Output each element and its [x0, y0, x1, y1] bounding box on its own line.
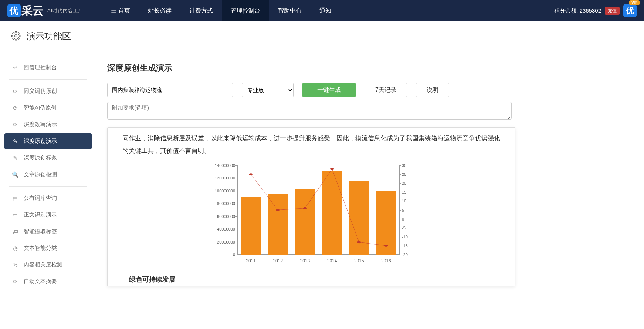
divider	[9, 186, 87, 187]
y2-tick-label: 0	[402, 217, 404, 221]
nav-billing[interactable]: 计费方式	[180, 0, 222, 21]
sidebar-rewrite-demo[interactable]: ⟳ 深度改写演示	[4, 117, 92, 132]
refresh-icon: ⟳	[12, 121, 18, 128]
sidebar-item-label: 深度原创演示	[24, 138, 57, 145]
nav-help[interactable]: 帮助中心	[269, 0, 311, 21]
recharge-button[interactable]: 充值	[605, 7, 620, 15]
refresh-icon: ⟳	[12, 105, 18, 111]
svg-point-2	[276, 209, 280, 211]
sidebar-item-label: 正文识别演示	[24, 211, 57, 218]
page-title: 演示功能区	[27, 30, 71, 42]
sidebar-item-label: 内容相关度检测	[24, 261, 62, 268]
y1-tick-label: 0	[233, 252, 235, 257]
sidebar-synonym[interactable]: ⟳ 同义词伪原创	[4, 83, 92, 99]
y1-tick-label: 120000000	[215, 176, 235, 180]
y1-tick-label: 20000000	[217, 240, 235, 244]
y1-tick-label: 40000000	[217, 227, 235, 231]
pie-icon: ◔	[12, 245, 18, 252]
back-arrow-icon: ↩	[12, 64, 18, 71]
logo-char-3: 云	[33, 3, 44, 19]
controls-row: 专业版 一键生成 7天记录 说明	[107, 83, 607, 97]
sidebar-ai-pseudo[interactable]: ⟳ 智能AI伪原创	[4, 100, 92, 116]
sidebar-item-label: 同义词伪原创	[24, 88, 57, 95]
search-icon: 🔍	[12, 171, 18, 178]
y2-tick-label: -15	[402, 244, 408, 248]
y2-tick-label: 5	[402, 208, 404, 212]
x-tick-label: 2012	[264, 258, 291, 263]
help-button[interactable]: 说明	[416, 83, 449, 97]
vip-badge-wrap[interactable]: 优 VIP	[623, 4, 637, 17]
sidebar-auto-summary[interactable]: ⟳ 自动文本摘要	[4, 273, 92, 289]
extra-requirements-input[interactable]	[107, 102, 512, 120]
y1-tick-label: 140000000	[215, 163, 235, 168]
main-content: 深度原创生成演示 专业版 一键生成 7天记录 说明 同作业，消除信息断层及误差，…	[96, 51, 644, 298]
svg-point-6	[384, 245, 388, 247]
sidebar-original-demo[interactable]: ✎ 深度原创演示	[4, 133, 92, 149]
keyword-input[interactable]	[107, 83, 233, 97]
main-title: 深度原创生成演示	[107, 63, 607, 74]
logo-char-1: 优	[7, 4, 21, 17]
refresh-icon: ⟳	[12, 88, 18, 95]
svg-point-4	[330, 168, 334, 170]
logo[interactable]: 优 采 云 AI时代内容工厂	[0, 3, 91, 19]
nav-console[interactable]: 管理控制台	[222, 0, 269, 21]
sidebar-item-label: 智能AI伪原创	[24, 104, 57, 111]
vip-logo-icon: 优	[623, 4, 637, 17]
y2-tick-label: 30	[402, 163, 406, 168]
x-tick-label: 2014	[319, 258, 346, 263]
refresh-icon: ⟳	[12, 278, 18, 285]
y2-tick-label: 15	[402, 190, 406, 194]
y1-tick-label: 100000000	[215, 189, 235, 193]
y2-tick-label: 25	[402, 172, 406, 177]
sidebar-check-original[interactable]: 🔍 文章原创检测	[4, 167, 92, 182]
monitor-icon: ▭	[12, 212, 18, 218]
sidebar-item-label: 文本智能分类	[24, 245, 57, 252]
page-header: 演示功能区	[0, 21, 644, 51]
y2-tick-label: -10	[402, 235, 408, 239]
sidebar: ↩ 回管理控制台 ⟳ 同义词伪原创 ⟳ 智能AI伪原创 ⟳ 深度改写演示 ✎ 深…	[0, 51, 96, 298]
chart: 201120122013201420152016 020000000400000…	[204, 162, 418, 266]
top-nav: 优 采 云 AI时代内容工厂 ☰首页 站长必读 计费方式 管理控制台 帮助中心 …	[0, 0, 644, 21]
x-tick-label: 2016	[373, 258, 400, 263]
list-icon: ☰	[111, 7, 116, 14]
sidebar-back[interactable]: ↩ 回管理控制台	[4, 60, 92, 75]
sidebar-item-label: 自动文本摘要	[24, 278, 57, 285]
x-tick-label: 2011	[237, 258, 264, 263]
sidebar-extract-tags[interactable]: 🏷 智能提取标签	[4, 224, 92, 239]
link-icon: %	[12, 262, 18, 268]
svg-point-3	[303, 207, 307, 209]
edit-icon: ✎	[12, 155, 18, 161]
history-button[interactable]: 7天记录	[365, 83, 407, 97]
tag-icon: 🏷	[12, 228, 18, 235]
content-paragraph: 同作业，消除信息断层及误差，以此来降低运输成本，进一步提升服务感受。因此，物流信…	[122, 132, 500, 157]
y1-tick-label: 60000000	[217, 214, 235, 219]
y2-tick-label: 10	[402, 199, 406, 203]
content-panel[interactable]: 同作业，消除信息断层及误差，以此来降低运输成本，进一步提升服务感受。因此，物流信…	[107, 127, 515, 286]
nav-mustread[interactable]: 站长必读	[139, 0, 180, 21]
sidebar-relevance[interactable]: % 内容相关度检测	[4, 257, 92, 273]
version-select[interactable]: 专业版	[242, 83, 294, 97]
sidebar-text-classify[interactable]: ◔ 文本智能分类	[4, 240, 92, 256]
sidebar-public-dict[interactable]: ▤ 公有词库查询	[4, 190, 92, 206]
nav-notice[interactable]: 通知	[311, 0, 340, 21]
sidebar-item-label: 深度原创标题	[24, 154, 57, 161]
logo-tagline: AI时代内容工厂	[47, 7, 84, 14]
sidebar-item-label: 公有词库查询	[24, 195, 57, 202]
nav-items: ☰首页 站长必读 计费方式 管理控制台 帮助中心 通知	[102, 0, 340, 21]
y2-tick-label: -20	[402, 252, 408, 257]
chart-line	[237, 165, 400, 255]
x-tick-label: 2013	[291, 258, 318, 263]
gear-icon	[11, 31, 21, 42]
logo-char-2: 采	[21, 3, 33, 19]
sidebar-original-title[interactable]: ✎ 深度原创标题	[4, 150, 92, 166]
sidebar-item-label: 智能提取标签	[24, 228, 57, 235]
svg-point-1	[249, 173, 253, 175]
y2-tick-label: 20	[402, 181, 406, 185]
nav-home[interactable]: ☰首页	[102, 0, 139, 21]
generate-button[interactable]: 一键生成	[302, 83, 356, 97]
svg-point-5	[357, 241, 361, 243]
sidebar-body-recognition[interactable]: ▭ 正文识别演示	[4, 207, 92, 223]
sidebar-item-label: 深度改写演示	[24, 121, 57, 128]
x-axis-labels: 201120122013201420152016	[237, 258, 400, 263]
edit-icon: ✎	[12, 138, 18, 145]
